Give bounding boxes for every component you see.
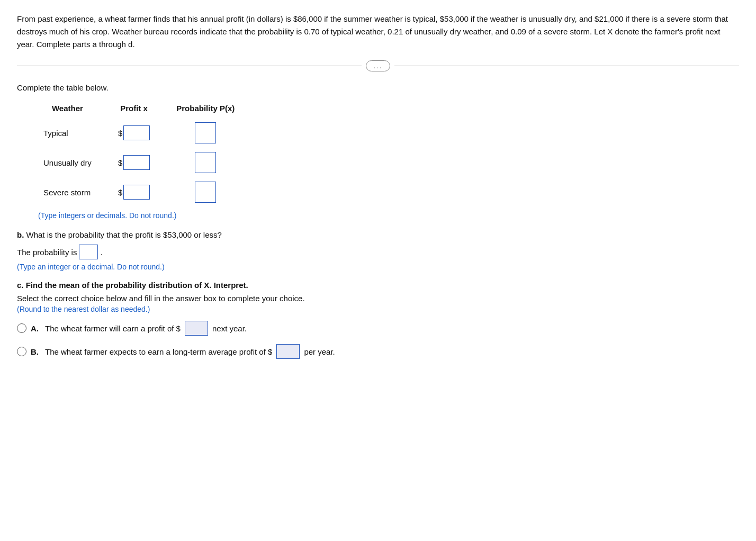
part-b-section: b. What is the probability that the prof… xyxy=(17,230,739,271)
part-b-note: (Type an integer or a decimal. Do not ro… xyxy=(17,263,739,271)
probability-storm-input[interactable] xyxy=(195,182,216,203)
divider-dots: ... xyxy=(366,60,391,71)
profit-dry-input[interactable] xyxy=(123,155,150,170)
option-b-input[interactable] xyxy=(276,344,300,359)
option-b-text-before: The wheat farmer expects to earn a long-… xyxy=(45,347,272,356)
option-a-text-after: next year. xyxy=(212,324,247,333)
option-a-input[interactable] xyxy=(185,321,208,336)
probability-dry-input[interactable] xyxy=(195,152,216,173)
part-b-label: b. xyxy=(17,230,24,239)
weather-typical: Typical xyxy=(38,118,113,148)
probability-suffix: . xyxy=(100,248,102,257)
col-header-profit: Profit x xyxy=(113,101,171,118)
col-header-weather: Weather xyxy=(38,101,113,118)
option-b-text-after: per year. xyxy=(304,347,335,356)
col-header-probability: Probability P(x) xyxy=(171,101,256,118)
profit-storm-input[interactable] xyxy=(123,185,150,200)
probability-storm-cell xyxy=(171,177,256,207)
probability-prefix: The probability is xyxy=(17,248,77,257)
profit-typical-input[interactable] xyxy=(123,125,150,140)
weather-storm: Severe storm xyxy=(38,177,113,207)
part-c-question-body: Find the mean of the probability distrib… xyxy=(26,281,248,290)
option-b-letter: B. xyxy=(31,347,39,356)
part-b-question: b. What is the probability that the prof… xyxy=(17,230,739,239)
radio-option-a[interactable] xyxy=(17,323,26,333)
profit-typical-cell: $ xyxy=(113,118,171,148)
table-row: Severe storm $ xyxy=(38,177,256,207)
weather-dry: Unusually dry xyxy=(38,148,113,177)
probability-table: Weather Profit x Probability P(x) Typica… xyxy=(38,101,739,207)
part-c-instruction: Select the correct choice below and fill… xyxy=(17,294,739,303)
section-divider: ... xyxy=(17,60,739,71)
dollar-sign-storm: $ xyxy=(118,188,122,197)
option-b-row: B. The wheat farmer expects to earn a lo… xyxy=(17,344,739,359)
option-a-text-before: The wheat farmer will earn a profit of $ xyxy=(45,324,181,333)
radio-option-b[interactable] xyxy=(17,347,26,356)
part-c-title: c. Find the mean of the probability dist… xyxy=(17,281,739,290)
dollar-sign-dry: $ xyxy=(118,158,122,167)
part-c-note: (Round to the nearest dollar as needed.) xyxy=(17,305,739,313)
probability-answer-input[interactable] xyxy=(79,245,98,259)
part-a-instruction: Complete the table below. xyxy=(17,83,739,92)
part-c-section: c. Find the mean of the probability dist… xyxy=(17,281,739,359)
problem-text: From past experience, a wheat farmer fin… xyxy=(17,13,739,51)
part-b-question-body: What is the probability that the profit … xyxy=(26,230,222,239)
profit-dry-cell: $ xyxy=(113,148,171,177)
probability-typical-input[interactable] xyxy=(195,122,216,143)
table-row: Unusually dry $ xyxy=(38,148,256,177)
probability-answer-line: The probability is . xyxy=(17,245,739,259)
part-c-label: c. xyxy=(17,281,24,290)
table-row: Typical $ xyxy=(38,118,256,148)
option-a-row: A. The wheat farmer will earn a profit o… xyxy=(17,321,739,336)
profit-storm-cell: $ xyxy=(113,177,171,207)
option-a-letter: A. xyxy=(31,324,39,333)
dollar-sign-typical: $ xyxy=(118,129,122,138)
table-note: (Type integers or decimals. Do not round… xyxy=(38,211,739,220)
divider-line-right xyxy=(394,66,739,66)
divider-line-left xyxy=(17,66,362,66)
probability-typical-cell xyxy=(171,118,256,148)
probability-dry-cell xyxy=(171,148,256,177)
